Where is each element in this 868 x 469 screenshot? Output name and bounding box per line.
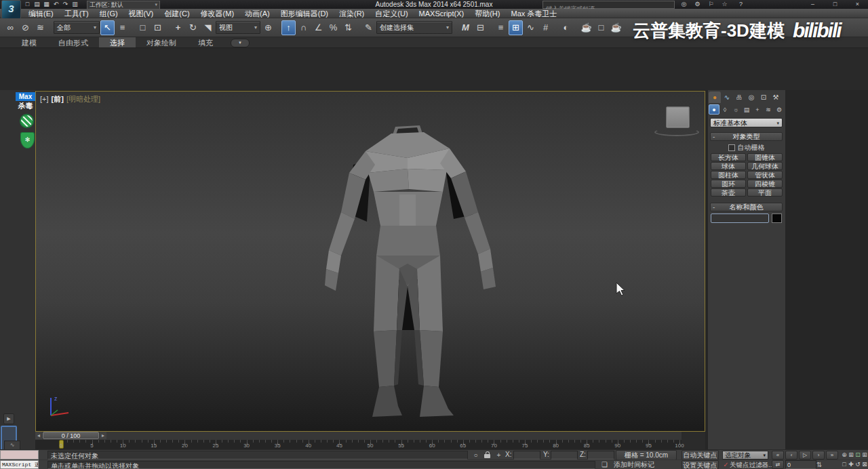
front-viewport[interactable]: [+] [前] [明暗处理] (35, 91, 705, 432)
select-and-rotate-icon[interactable]: ↻ (186, 20, 200, 35)
window-crossing-icon[interactable]: ⊡ (151, 20, 165, 35)
select-object-icon[interactable]: ↖ (100, 20, 115, 35)
search-icon[interactable]: ◎ (679, 0, 688, 8)
menu-rendering[interactable]: 渲染(R) (334, 9, 370, 18)
x-coord-field[interactable] (513, 451, 540, 460)
minimize-button[interactable]: – (808, 0, 817, 8)
ribbon-tab-modeling[interactable]: 建模 (11, 37, 47, 47)
object-color-swatch[interactable] (772, 213, 782, 223)
menu-customize[interactable]: 自定义(U) (370, 9, 413, 18)
menu-edit[interactable]: 编辑(E) (23, 9, 59, 18)
layer-manager-icon[interactable]: ≡ (494, 20, 508, 35)
reference-coordinate-dropdown[interactable]: 视图 ▾ (216, 21, 260, 34)
bind-to-spacewarp-icon[interactable]: ≋ (33, 20, 47, 35)
add-time-tag-button[interactable]: 添加时间标记 (614, 460, 654, 469)
tab-motion-icon[interactable]: ◎ (745, 91, 757, 103)
button-box[interactable]: 长方体 (711, 153, 746, 161)
primitive-category-dropdown[interactable]: 标准基本体 ▾ (710, 118, 783, 127)
maxscript-mini-listener-white[interactable]: MAXScript 迷 (0, 460, 39, 469)
time-tag-page-icon[interactable]: ❏ (599, 460, 610, 469)
schematic-view-icon[interactable]: # (538, 20, 553, 35)
frame-spinner[interactable]: ⇅ (816, 460, 822, 469)
button-pyramid[interactable]: 四棱锥 (747, 180, 783, 188)
trackbar-ruler[interactable]: ∿ 05101520253035404550556065707580859095… (35, 440, 682, 449)
rollout-object-type[interactable]: - 对象类型 (710, 132, 783, 141)
redo-icon[interactable]: ↷ (61, 0, 70, 8)
use-pivot-center-icon[interactable]: ⊕ (261, 20, 275, 35)
ribbon-tab-populate[interactable]: 填充 (187, 37, 224, 47)
save-file-icon[interactable]: ▦ (42, 0, 51, 8)
antivirus-shield-icon[interactable]: ✻ (20, 132, 35, 148)
time-slider-prev-icon[interactable]: ◂ (35, 432, 42, 439)
button-sphere[interactable]: 球体 (711, 162, 746, 170)
maximize-viewport-icon[interactable]: ⊠ (861, 460, 868, 469)
viewcube[interactable] (666, 106, 690, 128)
category-cameras-icon[interactable]: ▤ (741, 104, 752, 115)
rectangular-selection-icon[interactable]: □ (136, 20, 150, 35)
zoom-all-icon[interactable]: ⊞ (848, 451, 854, 460)
button-tube[interactable]: 管状体 (747, 171, 783, 179)
absolute-offset-icon[interactable]: + (494, 451, 504, 460)
ribbon-tab-freeform[interactable]: 自由形式 (47, 37, 99, 47)
unlink-selection-icon[interactable]: ⊘ (18, 20, 33, 35)
select-by-name-icon[interactable]: ≡ (115, 20, 130, 35)
button-plane[interactable]: 平面 (747, 188, 783, 197)
menu-create[interactable]: 创建(C) (159, 9, 195, 18)
render-setup-icon[interactable]: ☕ (579, 20, 593, 35)
object-name-field[interactable] (711, 213, 769, 223)
go-to-start-button[interactable]: « (772, 451, 784, 460)
current-frame-field[interactable] (785, 460, 816, 469)
app-logo-icon[interactable]: 3 (1, 0, 21, 19)
button-cylinder[interactable]: 圆柱体 (711, 171, 746, 179)
menu-modifiers[interactable]: 修改器(M) (195, 9, 240, 18)
auto-key-button[interactable]: 自动关键点 (682, 450, 719, 460)
align-icon[interactable]: ⊟ (473, 20, 488, 35)
select-and-manipulate-icon[interactable]: ↑ (281, 20, 296, 35)
open-file-icon[interactable]: ▤ (33, 0, 41, 8)
tab-hierarchy-icon[interactable]: 品 (733, 91, 745, 103)
button-cone[interactable]: 圆锥体 (747, 153, 783, 161)
angle-snap-icon[interactable]: ∠ (311, 20, 326, 35)
percent-snap-icon[interactable]: % (326, 20, 340, 35)
category-geometry-icon[interactable]: ● (709, 104, 719, 115)
graphite-ribbon-toggle-icon[interactable]: ⊞ (509, 20, 523, 35)
tab-create-icon[interactable]: ● (709, 91, 721, 103)
button-torus[interactable]: 圆环 (711, 180, 746, 188)
rollout-name-color[interactable]: - 名称和颜色 (710, 203, 783, 211)
previous-frame-button[interactable]: ‹ (785, 451, 797, 460)
menu-tools[interactable]: 工具(T) (59, 9, 94, 18)
named-selection-set-dropdown[interactable]: 创建选择集 ▾ (376, 21, 452, 34)
menu-animation[interactable]: 动画(A) (239, 9, 275, 18)
play-button[interactable]: ▷ (799, 451, 811, 460)
menu-help[interactable]: 帮助(H) (469, 9, 505, 18)
snap-toggle-icon[interactable]: ∩ (296, 20, 311, 35)
help-search[interactable] (542, 1, 675, 9)
tab-modify-icon[interactable]: ∿ (721, 91, 733, 103)
tab-utilities-icon[interactable]: ⚒ (770, 91, 782, 103)
ribbon-tab-object-paint[interactable]: 对象绘制 (136, 37, 187, 47)
mirror-icon[interactable]: M (458, 20, 473, 35)
autogrid-checkbox[interactable] (728, 144, 735, 151)
zoom-icon[interactable]: ⊕ (841, 451, 848, 460)
category-lights-icon[interactable]: ☼ (730, 104, 741, 115)
infocenter-icon[interactable]: ⚐ (707, 0, 715, 8)
rendered-frame-icon[interactable]: □ (594, 20, 608, 35)
tab-display-icon[interactable]: ⊡ (757, 91, 770, 103)
go-to-end-button[interactable]: » (826, 451, 838, 460)
maximize-button[interactable]: □ (831, 0, 840, 8)
render-production-icon[interactable]: ☕ (609, 20, 623, 35)
new-file-icon[interactable]: □ (23, 0, 32, 8)
communication-icon[interactable]: ⚙ (693, 0, 702, 8)
maxscript-mini-listener-pink[interactable] (0, 450, 39, 460)
time-slider-thumb[interactable]: 0 / 100 (43, 432, 99, 439)
category-systems-icon[interactable]: ⚙ (774, 104, 785, 115)
keyboard-override-icon[interactable]: ✎ (361, 20, 376, 35)
menu-views[interactable]: 视图(V) (123, 9, 159, 18)
pan-icon[interactable]: ✚ (848, 460, 854, 469)
key-mode-toggle[interactable]: ⇄ (772, 460, 784, 469)
y-coord-field[interactable] (551, 451, 578, 460)
key-filters-button[interactable]: 关键点过滤器... (730, 460, 774, 469)
strip-expand-button[interactable]: ▶ (3, 413, 14, 424)
category-helpers-icon[interactable]: + (752, 104, 763, 115)
time-slider-next-icon[interactable]: ▸ (100, 432, 106, 439)
